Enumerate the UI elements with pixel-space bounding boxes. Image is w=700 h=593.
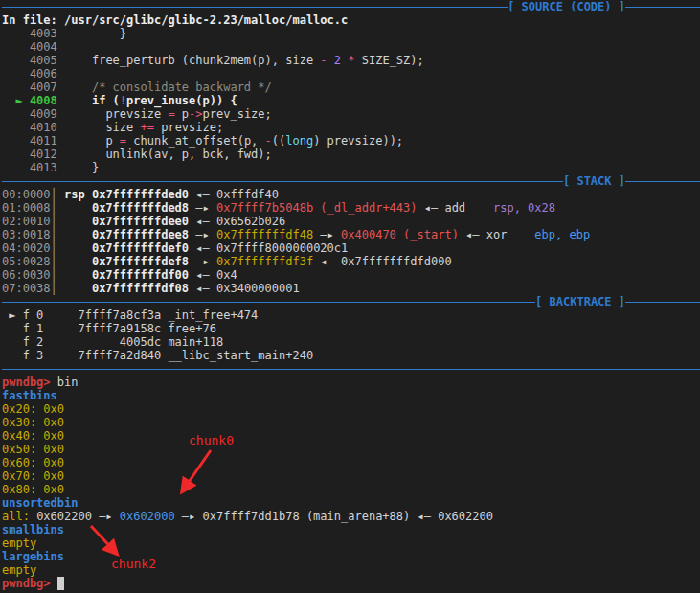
text-segment: 4012 (2, 148, 64, 161)
text-segment: 01:0008│ (2, 201, 92, 215)
text-segment: - (320, 54, 327, 67)
source-line: 4004 (2, 40, 700, 54)
text-segment: prev_size; (203, 107, 272, 121)
text-segment: prev_inuse(p)) { (126, 94, 237, 107)
text-segment: 03:0018│ (2, 228, 92, 241)
text-segment: 0x7fffffffded0 (92, 188, 195, 201)
stack-line: 07:0038│ 0x7fffffffdf08 ◂— 0x3400000001 (2, 282, 700, 295)
text-segment: 0x7fffffffdfd000 (341, 255, 452, 268)
frame-1: f 1 7ffff7a9158c free+76 (2, 322, 216, 335)
console-line: pwndbg> (2, 577, 700, 590)
text-segment: 4006 (2, 67, 64, 80)
text-segment: 0x7fffffffdf48 (216, 228, 320, 241)
console-line: 0x30: 0x0 (2, 416, 700, 429)
text-segment: rsp, 0x28 (493, 201, 555, 215)
text-segment: ebp, ebp (534, 228, 590, 241)
text-segment: add (444, 201, 493, 215)
console-line: all: 0x602200 —▸ 0x602000 —▸ 0x7ffff7dd1… (2, 510, 700, 523)
text-segment: empty (2, 536, 36, 550)
text-segment: * (348, 54, 354, 67)
annotation-label-chunk0: chunk0 (189, 433, 234, 447)
source-line: 4006 (2, 67, 700, 80)
text-segment: 0x30: 0x0 (2, 416, 64, 429)
stack-line: 04:0020│ 0x7fffffffdef0 ◂— 0x7ffff800000… (2, 241, 700, 255)
text-segment: size (64, 121, 140, 134)
text-segment: /* consolidate backward */ (64, 80, 272, 94)
divider-line (2, 369, 700, 370)
text-segment: ! (120, 94, 126, 107)
text-segment: ◂— (195, 282, 216, 295)
text-segment: ◂— (465, 228, 486, 241)
text-segment: 0x70: 0x0 (2, 469, 64, 483)
text-segment: —▸ (195, 201, 216, 215)
text-segment: long (285, 134, 313, 148)
console-line: 0x70: 0x0 (2, 469, 700, 483)
backtrace-line: f 2 4005dc main+118 (2, 335, 700, 349)
stack-section-header: [ STACK ] (2, 174, 700, 188)
text-segment: if ( (64, 94, 120, 107)
text-segment: chunk_at_offset(p, (126, 134, 265, 148)
pwndbg-terminal[interactable]: [ SOURCE (CODE) ] In file: /usr/src/glib… (0, 0, 700, 593)
text-segment: = (168, 107, 174, 121)
prompt-label: pwndbg> (2, 577, 57, 590)
console-line: pwndbg> bin (2, 376, 700, 389)
console-line: fastbins (2, 389, 700, 402)
text-segment: —▸ (320, 228, 341, 241)
text-segment: 4011 (2, 134, 64, 148)
backtrace-line: f 3 7ffff7a2d840 __libc_start_main+240 (2, 349, 700, 362)
text-segment: - (265, 134, 272, 148)
text-segment: } (64, 27, 126, 40)
text-segment: 0x602200 —▸ (36, 510, 120, 523)
console-line: largebins (2, 550, 700, 563)
backtrace-line: ► f 0 7ffff7a8cf3a _int_free+474 (2, 308, 700, 322)
smallbins-label: smallbins (2, 523, 64, 536)
text-segment: ◂— (195, 188, 216, 201)
console-line: 0x20: 0x0 (2, 402, 700, 416)
text-segment: 0x7fffffffdf3f (216, 255, 320, 268)
source-line: 4007 /* consolidate backward */ (2, 80, 700, 94)
text-segment: 4013 (2, 161, 64, 174)
divider-line (625, 7, 700, 8)
text-segment: —▸ (195, 255, 216, 268)
divider-line (2, 7, 508, 8)
console-line: empty (2, 536, 700, 550)
text-segment: 0x6562b026 (216, 215, 285, 228)
text-segment: 0x400470 (_start) (341, 228, 465, 241)
text-segment: 0x7ffff8000000020c1 (216, 241, 348, 255)
stack-section-title: [ STACK ] (563, 174, 625, 188)
source-line: ► 4008 if (!prev_inuse(p)) { (2, 94, 700, 107)
text-segment: 02:0010│ (2, 215, 92, 228)
text-segment: prevsize (64, 107, 168, 121)
text-segment: 0x50: 0x0 (2, 443, 64, 456)
terminal-cursor[interactable] (57, 577, 64, 590)
stack-line: 05:0028│ 0x7fffffffdef8 —▸ 0x7fffffffdf3… (2, 255, 700, 268)
source-line: 4003 } (2, 27, 700, 40)
text-segment: all: (2, 510, 36, 523)
context-end-divider (2, 362, 700, 376)
text-segment: p (64, 134, 120, 148)
text-segment: (( (272, 134, 285, 148)
text-segment: 4003 (2, 27, 64, 40)
source-code-panel: In file: /usr/src/glibc/glibc-2.23/mallo… (2, 13, 700, 174)
annotation-label-chunk2: chunk2 (111, 557, 156, 571)
source-line: 4009 prevsize = p->prev_size; (2, 107, 700, 121)
frame-0: ► f 0 7ffff7a8cf3a _int_free+474 (2, 308, 258, 322)
text-segment: ◂— (320, 255, 341, 268)
source-file-path: In file: /usr/src/glibc/glibc-2.23/mallo… (2, 13, 348, 27)
prompt-label: pwndbg> (2, 376, 57, 389)
text-segment: 06:0030│ (2, 268, 92, 282)
text-segment: xor (486, 228, 535, 241)
text-segment: 0x7fffffffdef8 (92, 255, 195, 268)
text-segment: SIZE_SZ); (355, 54, 424, 67)
text-segment: ◂— (195, 215, 216, 228)
text-segment: 0x60: 0x0 (2, 456, 64, 469)
source-line: In file: /usr/src/glibc/glibc-2.23/mallo… (2, 13, 700, 27)
stack-line: 06:0030│ 0x7fffffffdf00 ◂— 0x4 (2, 268, 700, 282)
console-panel: pwndbg> binfastbins0x20: 0x00x30: 0x00x4… (2, 376, 700, 590)
text-segment: } (64, 161, 99, 174)
largebins-label: largebins (2, 550, 64, 563)
current-line-marker: ► 4008 (2, 94, 64, 107)
text-segment: 0x80: 0x0 (2, 483, 64, 496)
frame-2: f 2 4005dc main+118 (2, 335, 223, 349)
console-line: 0x40: 0x0 (2, 429, 700, 443)
